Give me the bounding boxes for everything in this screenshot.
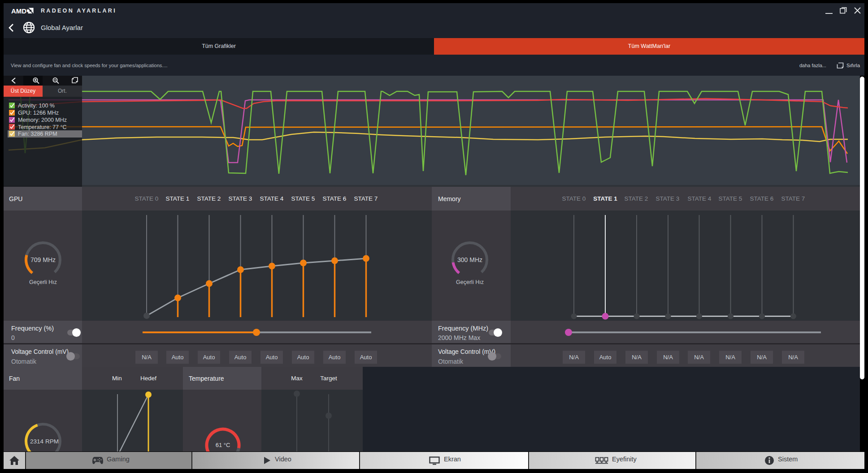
svg-text:Geçerli Hız: Geçerli Hız xyxy=(456,279,484,285)
svg-text:61 °C: 61 °C xyxy=(216,442,230,448)
svg-text:300 MHz: 300 MHz xyxy=(457,256,482,263)
svg-text:Memory: 2000 MHz: Memory: 2000 MHz xyxy=(18,117,67,123)
svg-text:2314 RPM: 2314 RPM xyxy=(30,438,59,445)
svg-text:Fan: 3286 RPM: Fan: 3286 RPM xyxy=(18,131,57,137)
svg-text:709 MHz: 709 MHz xyxy=(30,256,56,263)
svg-text:GPU: 1266 MHz: GPU: 1266 MHz xyxy=(18,110,59,116)
svg-text:Activity: 100 %: Activity: 100 % xyxy=(18,103,55,109)
svg-text:Geçerli Hız: Geçerli Hız xyxy=(29,279,57,285)
svg-text:Temperature: 77 °C: Temperature: 77 °C xyxy=(18,124,67,130)
